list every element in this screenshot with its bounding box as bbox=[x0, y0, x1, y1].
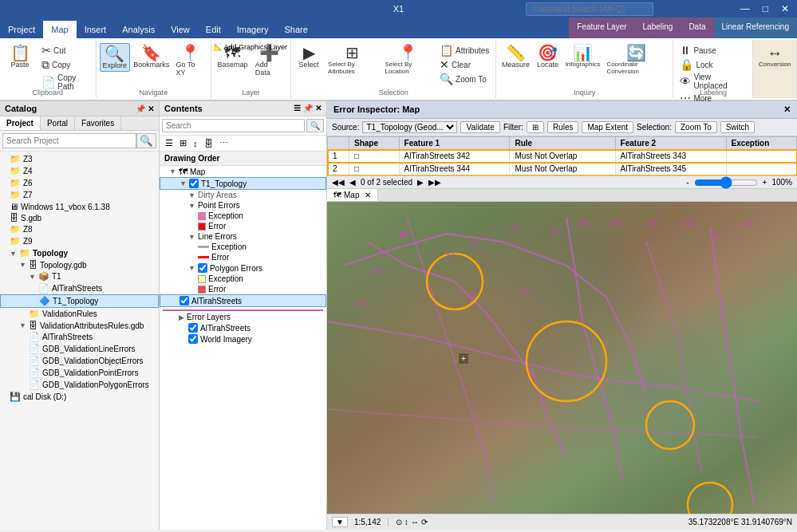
attributes-btn[interactable]: 📋Attributes bbox=[436, 43, 492, 57]
tab-labeling[interactable]: Labeling bbox=[635, 18, 681, 35]
paste-btn[interactable]: 📋 Paste bbox=[3, 43, 37, 70]
switch-btn[interactable]: Switch bbox=[720, 121, 755, 133]
contents-grid-btn[interactable]: ⊞ bbox=[177, 137, 189, 149]
go-to-xy-btn[interactable]: 📍 Go To XY bbox=[173, 43, 207, 78]
t1-topology-check[interactable] bbox=[189, 179, 199, 188]
map-image[interactable]: 38 347 54 14 60 65 306 159 195 184 325 2… bbox=[327, 202, 797, 514]
tab-feature-layer[interactable]: Feature Layer bbox=[569, 18, 634, 35]
prev-btn[interactable]: ◀◀ bbox=[332, 178, 345, 187]
zoom-slider[interactable] bbox=[694, 179, 758, 187]
select-btn[interactable]: ▶ Select bbox=[294, 43, 323, 70]
copy-btn[interactable]: ⧉Copy bbox=[38, 57, 93, 73]
catalog-item-win11[interactable]: 🖥 Windows 11_vbox 6.1.38 bbox=[0, 201, 159, 212]
catalog-item-sgdb[interactable]: 🗄 S.gdb bbox=[0, 212, 159, 223]
catalog-item-t1[interactable]: ▼ 📦 T1 bbox=[0, 270, 159, 282]
catalog-tab-favorites[interactable]: Favorites bbox=[75, 116, 121, 130]
catalog-item-topology-gdb[interactable]: ▼ 🗄 Topology.gdb bbox=[0, 259, 159, 270]
contents-search-btn[interactable]: 🔍 bbox=[306, 119, 324, 132]
altirah-check[interactable] bbox=[180, 296, 189, 305]
scale-dropdown-btn[interactable]: ▼ bbox=[332, 517, 348, 527]
prev-one-btn[interactable]: ◀ bbox=[349, 178, 356, 187]
drawing-item-line-errors[interactable]: ▼ Line Errors bbox=[160, 231, 326, 242]
tab-insert[interactable]: Insert bbox=[77, 21, 115, 38]
tab-linear-referencing[interactable]: Linear Referencing bbox=[714, 18, 798, 35]
tab-map[interactable]: Map bbox=[43, 21, 76, 38]
command-search[interactable] bbox=[526, 2, 653, 16]
altirah2-check[interactable] bbox=[188, 323, 198, 333]
drawing-item-poly-exception[interactable]: Exception bbox=[160, 274, 326, 284]
map-nav-icon4[interactable]: ⟳ bbox=[421, 518, 428, 526]
catalog-tab-portal[interactable]: Portal bbox=[41, 116, 75, 130]
bookmarks-btn[interactable]: 🔖 Bookmarks bbox=[132, 43, 172, 70]
contents-source-btn[interactable]: 🗄 bbox=[202, 137, 215, 149]
drawing-item-error-layers[interactable]: ▶ Error Layers bbox=[160, 312, 326, 322]
tab-imagery[interactable]: Imagery bbox=[229, 21, 277, 38]
catalog-item-topology-folder[interactable]: ▼ 📁 Topology bbox=[0, 247, 159, 259]
filter-btn[interactable]: ⊞ bbox=[527, 121, 544, 133]
catalog-search-input[interactable] bbox=[2, 133, 136, 148]
catalog-item-z3[interactable]: 📁 Z3 bbox=[0, 153, 159, 165]
validate-btn[interactable]: Validate bbox=[460, 121, 499, 133]
close-btn[interactable]: ✕ bbox=[776, 2, 794, 16]
infographics-btn[interactable]: 📊 Infographics bbox=[563, 43, 602, 69]
catalog-item-cal-disk[interactable]: 💾 cal Disk (D:) bbox=[0, 391, 159, 403]
drawing-item-poly-error[interactable]: Error bbox=[160, 284, 326, 294]
measure-btn[interactable]: 📏 Measure bbox=[499, 43, 531, 70]
catalog-item-t1-topology[interactable]: 🔷 T1_Topology bbox=[0, 294, 159, 308]
rules-btn[interactable]: Rules bbox=[547, 121, 579, 133]
map-tab-close[interactable]: ✕ bbox=[365, 191, 371, 199]
next-one-btn[interactable]: ▶ bbox=[417, 178, 424, 187]
map-nav-icon3[interactable]: ↔ bbox=[411, 518, 419, 526]
tab-share[interactable]: Share bbox=[277, 21, 316, 38]
catalog-tab-project[interactable]: Project bbox=[0, 116, 41, 130]
drawing-item-altirah2[interactable]: AlTirahStreets bbox=[160, 322, 326, 333]
catalog-item-z6[interactable]: 📁 Z6 bbox=[0, 177, 159, 189]
tab-edit[interactable]: Edit bbox=[198, 21, 229, 38]
contents-close-btn[interactable]: ✕ bbox=[315, 104, 322, 113]
select-by-attrs-btn[interactable]: ⊞ Select By Attributes bbox=[325, 43, 380, 77]
map-nav-icon1[interactable]: ⊙ bbox=[396, 518, 402, 526]
coordinate-conversion-btn[interactable]: 🔄 Coordinate Conversion bbox=[603, 43, 669, 77]
zoom-to-btn[interactable]: 🔍Zoom To bbox=[436, 72, 492, 86]
zoom-slider-minus[interactable]: - bbox=[686, 178, 688, 187]
zoom-slider-plus[interactable]: + bbox=[763, 178, 767, 187]
lock-btn[interactable]: 🔒Lock bbox=[677, 57, 749, 72]
conversion-btn[interactable]: ↔ Conversion bbox=[756, 43, 793, 69]
contents-menu-btn[interactable]: ☰ bbox=[294, 104, 301, 113]
catalog-pin-btn[interactable]: 📌 bbox=[136, 104, 145, 113]
pause-btn[interactable]: ⏸Pause bbox=[677, 43, 749, 57]
explore-btn[interactable]: 🔍 Explore bbox=[100, 43, 130, 72]
catalog-item-gdb-obj[interactable]: 📄 GDB_ValidationObjectErrors bbox=[0, 355, 159, 367]
catalog-item-z4[interactable]: 📁 Z4 bbox=[0, 165, 159, 177]
catalog-item-gdb-point[interactable]: 📄 GDB_ValidationPointErrors bbox=[0, 367, 159, 379]
drawing-item-dirty-areas[interactable]: ▼ Dirty Areas bbox=[160, 190, 326, 200]
map-extent-btn[interactable]: Map Extent bbox=[582, 121, 633, 133]
maximize-btn[interactable]: □ bbox=[758, 2, 773, 16]
contents-list-btn[interactable]: ☰ bbox=[163, 137, 176, 149]
tab-analysis[interactable]: Analysis bbox=[114, 21, 163, 38]
drawing-item-point-exception[interactable]: Exception bbox=[160, 211, 326, 221]
error-row-2[interactable]: 2 □ AlTirahStreets 344 Must Not Overlap … bbox=[328, 163, 797, 175]
catalog-item-val-attrs-gdb[interactable]: ▼ 🗄 ValidationAttributesRules.gdb bbox=[0, 320, 159, 331]
minimize-btn[interactable]: — bbox=[736, 2, 755, 16]
contents-pin-btn[interactable]: 📌 bbox=[303, 104, 313, 113]
source-select[interactable]: T1_Topology (Geod... bbox=[362, 121, 457, 133]
drawing-item-t1-topology[interactable]: ▼ T1_Topology bbox=[160, 177, 326, 190]
next-btn[interactable]: ▶▶ bbox=[428, 178, 441, 187]
drawing-item-map[interactable]: ▼ 🗺 Map bbox=[160, 166, 326, 177]
tab-project[interactable]: Project bbox=[0, 21, 43, 38]
map-nav-icon2[interactable]: ↕ bbox=[404, 518, 408, 526]
drawing-item-polygon-errors[interactable]: ▼ Polygon Errors bbox=[160, 262, 326, 274]
catalog-item-validation-rules[interactable]: 📁 ValidationRules bbox=[0, 308, 159, 320]
cut-btn[interactable]: ✂Cut bbox=[38, 43, 93, 57]
error-row-1[interactable]: 1 □ AlTirahStreets 342 Must Not Overlap … bbox=[328, 150, 797, 163]
locate-btn[interactable]: 🎯 Locate bbox=[533, 43, 562, 70]
polygon-errors-check[interactable] bbox=[198, 263, 207, 273]
zoom-to-sel-btn[interactable]: Zoom To bbox=[675, 121, 717, 133]
drawing-item-world-imagery[interactable]: World Imagery bbox=[160, 333, 326, 345]
drawing-item-line-error[interactable]: Error bbox=[160, 252, 326, 262]
catalog-item-altirastreets[interactable]: 📄 AlTirahStreets bbox=[0, 282, 159, 294]
contents-draw-order-btn[interactable]: ↕ bbox=[191, 137, 200, 149]
error-inspector-close[interactable]: ✕ bbox=[783, 104, 791, 115]
drawing-item-line-exception[interactable]: Exception bbox=[160, 242, 326, 252]
